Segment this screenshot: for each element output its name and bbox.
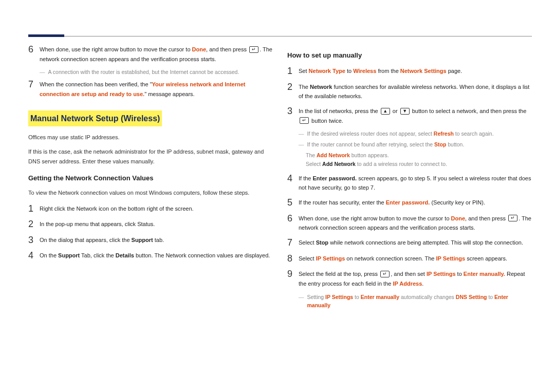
emphasis-text: Support	[58, 252, 80, 258]
step-body: In the list of networks, press the or bu…	[299, 105, 532, 125]
step-item: 3In the list of networks, press the or b…	[287, 105, 532, 125]
text-run: In the list of networks, press the	[299, 108, 380, 114]
step-number: 3	[287, 105, 299, 117]
step-body: If the router has security, enter the En…	[299, 197, 532, 208]
enter-icon	[249, 46, 258, 53]
emphasis-text: Network	[310, 84, 332, 90]
step-item: 1Set Network Type to Wireless from the N…	[287, 65, 532, 77]
text-run: Set	[299, 68, 309, 74]
step-body: Select Stop while network connections ar…	[299, 237, 532, 248]
step-body: When done, use the right arrow button to…	[299, 213, 532, 233]
note-line: ―If the router cannot be found after ret…	[299, 140, 532, 149]
note-text: If the desired wireless router does not …	[307, 129, 494, 138]
section-title-highlight: Manual Network Setup (Wireless)	[28, 110, 162, 126]
text-run: to	[345, 68, 353, 74]
text-run: to	[487, 294, 494, 300]
numbered-steps: 1Set Network Type to Wireless from the N…	[287, 65, 532, 310]
step-number: 1	[28, 203, 40, 215]
emphasis-text: Wireless	[353, 68, 376, 74]
text-run: If the router cannot be found after retr…	[307, 141, 434, 147]
text-run: button appears.	[350, 152, 389, 158]
text-run: When done, use the right arrow button to…	[40, 46, 192, 52]
step-item: 6When done, use the right arrow button t…	[287, 213, 532, 233]
note-dash-icon: ―	[40, 68, 45, 77]
two-column-layout: 6When done, use the right arrow button t…	[28, 44, 532, 314]
emphasis-text: Enter manually	[361, 294, 399, 300]
left-column: 6When done, use the right arrow button t…	[28, 44, 273, 314]
text-run: Setting	[307, 294, 326, 300]
emphasis-text: Network Settings	[400, 68, 447, 74]
text-run: or	[391, 108, 399, 114]
text-run: , and then press	[206, 46, 248, 52]
text-run: (Security key or PIN).	[430, 199, 485, 206]
step-number: 5	[287, 197, 299, 209]
emphasis-text: IP Address	[393, 281, 422, 287]
step-body: Right click the Network icon on the bott…	[40, 203, 273, 214]
emphasis-text: Done	[451, 215, 466, 221]
step-item: 8Select IP Settings on network connectio…	[287, 253, 532, 265]
header-accent	[28, 34, 64, 37]
text-run: to	[456, 271, 464, 277]
down-icon	[400, 108, 410, 115]
text-run: button.	[446, 141, 464, 147]
note-dash-icon: ―	[299, 140, 304, 149]
step-item: 3On the dialog that appears, click the S…	[28, 234, 273, 246]
step-body: When the connection has been verified, t…	[40, 79, 273, 99]
header-rule	[28, 36, 532, 36]
step-body: When done, use the right arrow button to…	[40, 44, 273, 64]
text-run: The	[306, 152, 317, 158]
up-icon	[381, 108, 390, 115]
text-run: Select	[306, 161, 322, 167]
step-number: 1	[287, 65, 299, 77]
enter-icon	[380, 271, 390, 277]
step-body: On the dialog that appears, click the Su…	[40, 234, 273, 245]
step-item: 2The Network function searches for avail…	[287, 81, 532, 101]
text-run: page.	[447, 68, 462, 74]
step-body: On the Support Tab, click the Details bu…	[40, 250, 273, 260]
text-run: , and then press	[465, 215, 507, 221]
text-run: Select the field at the top, press	[299, 271, 379, 277]
step-item: 4On the Support Tab, click the Details b…	[28, 250, 273, 262]
text-run: If the desired wireless router does not …	[307, 130, 434, 137]
emphasis-text: Stop	[434, 141, 446, 147]
numbered-steps: 1Right click the Network icon on the bot…	[28, 203, 273, 262]
text-run: to	[353, 294, 361, 300]
step-item: 6When done, use the right arrow button t…	[28, 44, 273, 64]
step-item: 2In the pop-up menu that appears, click …	[28, 218, 273, 230]
emphasis-text: Enter password.	[386, 199, 430, 206]
emphasis-text: Details	[116, 252, 134, 258]
emphasis-text: Done	[192, 46, 207, 52]
note-text: If the router cannot be found after retr…	[307, 140, 465, 149]
emphasis-text: Refresh	[434, 130, 454, 137]
note-line: ―If the desired wireless router does not…	[299, 129, 532, 138]
text-run: On the dialog that appears, click the	[40, 237, 132, 243]
text-run: When done, use the right arrow button to…	[299, 215, 451, 221]
text-run: If the	[299, 175, 313, 181]
step-number: 2	[28, 218, 40, 230]
text-run: " message appears.	[144, 91, 194, 97]
paragraph: To view the Network connection values on…	[28, 188, 273, 198]
text-run: If the router has security, enter the	[299, 199, 386, 206]
text-run: .	[422, 281, 423, 287]
note-block: ―Setting IP Settings to Enter manually a…	[299, 293, 532, 310]
note-line: ―A connection with the router is establi…	[40, 68, 273, 77]
text-run: while network connections are being atte…	[328, 239, 523, 246]
text-run: to search again.	[454, 130, 494, 137]
step-number: 7	[28, 79, 40, 90]
step-item: 7Select Stop while network connections a…	[287, 237, 532, 249]
emphasis-text: Network Type	[309, 68, 345, 74]
emphasis-text: DNS Setting	[456, 294, 487, 300]
text-run: tab.	[153, 237, 164, 243]
text-run: from the	[376, 68, 400, 74]
text-run: screen appears.	[465, 255, 507, 262]
sub-note: The Add Network button appears.	[306, 151, 532, 160]
text-run: automatically changes	[399, 294, 456, 300]
step-number: 7	[287, 237, 299, 249]
enter-icon	[508, 215, 517, 221]
text-run: Right click the Network icon on the bott…	[40, 206, 194, 212]
step-item: 9Select the field at the top, press , an…	[287, 268, 532, 288]
text-run: Tab, click the	[80, 252, 116, 258]
text-run: When the connection has been verified, t…	[40, 81, 152, 87]
text-run: The	[299, 84, 310, 90]
document-page: 6When done, use the right arrow button t…	[0, 0, 555, 392]
